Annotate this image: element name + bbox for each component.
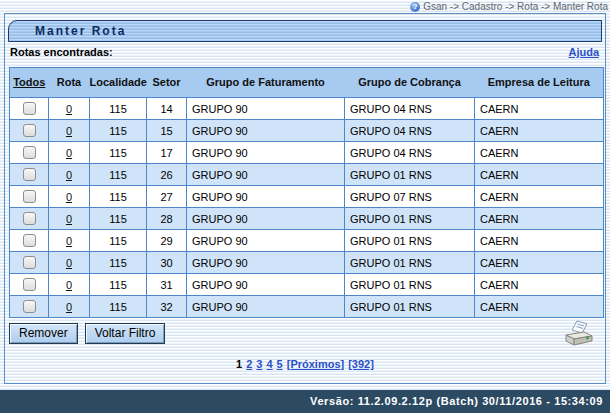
row-checkbox[interactable] — [23, 212, 36, 225]
main-container: Manter Rota Rotas encontradas: Ajuda Tod… — [4, 13, 606, 384]
page-link-4[interactable]: 4 — [266, 358, 272, 370]
table-row: 0 115 15 GRUPO 90 GRUPO 04 RNS CAERN — [10, 120, 604, 142]
page-link-5[interactable]: 5 — [277, 358, 283, 370]
grupo-cobranca-cell: GRUPO 04 RNS — [345, 98, 475, 120]
page-title: Manter Rota — [8, 20, 602, 42]
ajuda-link[interactable]: Ajuda — [568, 46, 599, 58]
next-pages-link[interactable]: [Próximos] — [287, 358, 344, 370]
header-localidade: Localidade — [90, 68, 147, 98]
empresa-leitura-cell: CAERN — [475, 230, 604, 252]
row-checkbox[interactable] — [23, 256, 36, 269]
localidade-cell: 115 — [90, 208, 147, 230]
table-row: 0 115 14 GRUPO 90 GRUPO 04 RNS CAERN — [10, 98, 604, 120]
version-footer: Versão: 11.2.09.2.12p (Batch) 30/11/2016… — [0, 390, 610, 413]
rota-link[interactable]: 0 — [66, 235, 72, 247]
header-grupo-faturamento: Grupo de Faturamento — [187, 68, 345, 98]
rota-link[interactable]: 0 — [66, 257, 72, 269]
localidade-cell: 115 — [90, 186, 147, 208]
grupo-cobranca-cell: GRUPO 01 RNS — [345, 230, 475, 252]
table-row: 0 115 32 GRUPO 90 GRUPO 01 RNS CAERN — [10, 296, 604, 318]
row-checkbox[interactable] — [23, 146, 36, 159]
setor-cell: 32 — [147, 296, 187, 318]
rota-cell: 0 — [49, 230, 90, 252]
empresa-leitura-cell: CAERN — [475, 98, 604, 120]
setor-cell: 28 — [147, 208, 187, 230]
last-page-link[interactable]: [392] — [348, 358, 374, 370]
select-all-link[interactable]: Todos — [13, 76, 45, 88]
remover-button[interactable]: Remover — [9, 323, 78, 344]
rota-link[interactable]: 0 — [66, 213, 72, 225]
grupo-cobranca-cell: GRUPO 04 RNS — [345, 142, 475, 164]
rota-link[interactable]: 0 — [66, 191, 72, 203]
rota-cell: 0 — [49, 296, 90, 318]
setor-cell: 15 — [147, 120, 187, 142]
table-row: 0 115 27 GRUPO 90 GRUPO 07 RNS CAERN — [10, 186, 604, 208]
grupo-faturamento-cell: GRUPO 90 — [187, 252, 345, 274]
voltar-filtro-button[interactable]: Voltar Filtro — [85, 323, 166, 344]
subheader-row: Rotas encontradas: Ajuda — [10, 46, 599, 58]
rota-cell: 0 — [49, 142, 90, 164]
empresa-leitura-cell: CAERN — [475, 252, 604, 274]
rota-cell: 0 — [49, 164, 90, 186]
grupo-faturamento-cell: GRUPO 90 — [187, 164, 345, 186]
row-select-cell — [10, 98, 49, 120]
row-checkbox[interactable] — [23, 102, 36, 115]
row-select-cell — [10, 208, 49, 230]
grupo-faturamento-cell: GRUPO 90 — [187, 296, 345, 318]
table-row: 0 115 28 GRUPO 90 GRUPO 01 RNS CAERN — [10, 208, 604, 230]
row-checkbox[interactable] — [23, 278, 36, 291]
rotas-table: Todos Rota Localidade Setor Grupo de Fat… — [9, 67, 604, 318]
table-header-row: Todos Rota Localidade Setor Grupo de Fat… — [10, 68, 604, 98]
rota-link[interactable]: 0 — [66, 103, 72, 115]
row-select-cell — [10, 296, 49, 318]
rota-link[interactable]: 0 — [66, 147, 72, 159]
rota-link[interactable]: 0 — [66, 125, 72, 137]
grupo-cobranca-cell: GRUPO 04 RNS — [345, 120, 475, 142]
rota-link[interactable]: 0 — [66, 169, 72, 181]
gsan-manter-rota-page: { "breadcrumb": { "text": "Gsan -> Cadas… — [0, 0, 610, 413]
setor-cell: 31 — [147, 274, 187, 296]
page-current: 1 — [236, 358, 242, 370]
rota-link[interactable]: 0 — [66, 279, 72, 291]
grupo-cobranca-cell: GRUPO 01 RNS — [345, 164, 475, 186]
empresa-leitura-cell: CAERN — [475, 274, 604, 296]
row-checkbox[interactable] — [23, 234, 36, 247]
header-setor: Setor — [147, 68, 187, 98]
setor-cell: 14 — [147, 98, 187, 120]
row-checkbox[interactable] — [23, 300, 36, 313]
page-link-2[interactable]: 2 — [246, 358, 252, 370]
setor-cell: 27 — [147, 186, 187, 208]
localidade-cell: 115 — [90, 164, 147, 186]
grupo-faturamento-cell: GRUPO 90 — [187, 142, 345, 164]
help-ball-icon[interactable]: ? — [410, 2, 420, 12]
row-checkbox[interactable] — [23, 190, 36, 203]
empresa-leitura-cell: CAERN — [475, 208, 604, 230]
rota-link[interactable]: 0 — [66, 301, 72, 313]
grupo-cobranca-cell: GRUPO 01 RNS — [345, 208, 475, 230]
page-link-3[interactable]: 3 — [256, 358, 262, 370]
empresa-leitura-cell: CAERN — [475, 120, 604, 142]
pagination: 12345[Próximos][392] — [5, 358, 605, 370]
empresa-leitura-cell: CAERN — [475, 186, 604, 208]
rota-cell: 0 — [49, 98, 90, 120]
grupo-faturamento-cell: GRUPO 90 — [187, 208, 345, 230]
empresa-leitura-cell: CAERN — [475, 142, 604, 164]
header-empresa-leitura: Empresa de Leitura — [475, 68, 604, 98]
row-select-cell — [10, 230, 49, 252]
row-checkbox[interactable] — [23, 124, 36, 137]
rota-cell: 0 — [49, 252, 90, 274]
breadcrumb: ? Gsan -> Cadastro -> Rota -> Manter Rot… — [0, 0, 610, 13]
grupo-faturamento-cell: GRUPO 90 — [187, 98, 345, 120]
printer-icon[interactable] — [564, 320, 594, 351]
grupo-faturamento-cell: GRUPO 90 — [187, 120, 345, 142]
row-select-cell — [10, 274, 49, 296]
actions-row: Remover Voltar Filtro — [9, 323, 600, 351]
row-checkbox[interactable] — [23, 168, 36, 181]
grupo-faturamento-cell: GRUPO 90 — [187, 230, 345, 252]
localidade-cell: 115 — [90, 142, 147, 164]
setor-cell: 26 — [147, 164, 187, 186]
rota-cell: 0 — [49, 208, 90, 230]
setor-cell: 30 — [147, 252, 187, 274]
rota-cell: 0 — [49, 274, 90, 296]
table-row: 0 115 31 GRUPO 90 GRUPO 01 RNS CAERN — [10, 274, 604, 296]
